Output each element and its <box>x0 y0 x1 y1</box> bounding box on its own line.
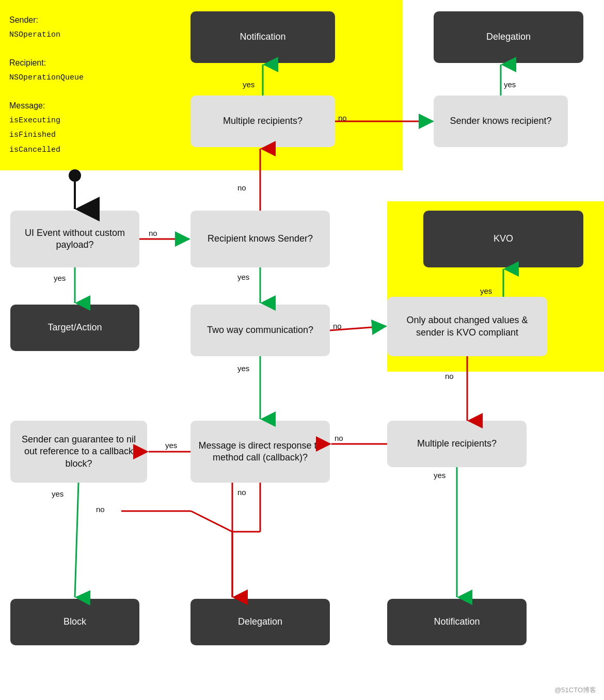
target-action-box: Target/Action <box>10 305 139 351</box>
notification-top-box: Notification <box>190 11 335 63</box>
notification-bottom-box: Notification <box>387 599 527 645</box>
label-no-sender-guarantee: no <box>96 505 105 514</box>
label-no-multiple-bottom: no <box>335 434 343 442</box>
label-yes-notification-top: yes <box>243 80 255 89</box>
label-no-recipient-knows: no <box>237 183 246 192</box>
label-yes-recipient-knows: yes <box>237 273 249 281</box>
recipient-knows-sender-label: Recipient knows Sender? <box>208 233 313 245</box>
svg-line-22 <box>191 511 232 532</box>
label-yes-two-way: yes <box>237 364 249 373</box>
label-yes-delegation-top: yes <box>504 80 516 89</box>
delegation-bottom-box: Delegation <box>190 599 330 645</box>
block-label: Block <box>63 616 86 628</box>
label-no-two-way: no <box>333 322 342 330</box>
two-way-label: Two way communication? <box>207 324 313 336</box>
label-yes-message-direct: yes <box>165 441 177 450</box>
message-direct-label: Message is direct response to method cal… <box>198 440 322 464</box>
delegation-bottom-label: Delegation <box>238 616 282 628</box>
label-no-message-direct: no <box>237 488 246 497</box>
target-action-label: Target/Action <box>47 322 102 333</box>
svg-line-20 <box>75 483 78 597</box>
only-about-changed-box: Only about changed values & sender is KV… <box>387 297 547 356</box>
notification-top-label: Notification <box>240 31 285 43</box>
message-values: isExecuting isFinished isCancelled <box>9 116 60 154</box>
ui-event-label: UI Event without custom payload? <box>18 227 132 251</box>
multiple-recipients-top-label: Multiple recipients? <box>223 115 303 127</box>
two-way-box: Two way communication? <box>190 305 330 356</box>
label-yes-multiple-bottom: yes <box>434 471 446 480</box>
multiple-recipients-top-box: Multiple recipients? <box>190 96 335 147</box>
label-yes-only-changed: yes <box>480 287 492 295</box>
label-yes-ui-event: yes <box>54 274 66 282</box>
message-direct-box: Message is direct response to method cal… <box>190 421 330 483</box>
label-yes-sender-guarantee: yes <box>52 489 63 498</box>
multiple-recipients-bottom-label: Multiple recipients? <box>417 438 497 450</box>
sender-knows-recipient-label: Sender knows recipient? <box>450 115 551 127</box>
message-label: Message: <box>9 101 45 110</box>
kvo-box: KVO <box>423 211 583 267</box>
diagram-container: Sender: NSOperation Recipient: NSOperati… <box>0 0 604 700</box>
sender-knows-recipient-box: Sender knows recipient? <box>434 96 568 147</box>
sender-can-guarantee-label: Sender can guarantee to nil out referenc… <box>18 434 139 470</box>
recipient-label: Recipient: <box>9 58 46 67</box>
notification-bottom-label: Notification <box>434 616 480 628</box>
label-no-ui-event: no <box>149 229 157 237</box>
only-about-changed-label: Only about changed values & sender is KV… <box>395 314 539 339</box>
info-text: Sender: NSOperation Recipient: NSOperati… <box>9 13 84 156</box>
recipient-value: NSOperationQueue <box>9 73 84 82</box>
block-box: Block <box>10 599 139 645</box>
sender-value: NSOperation <box>9 30 60 39</box>
sender-can-guarantee-box: Sender can guarantee to nil out referenc… <box>10 421 147 483</box>
multiple-recipients-bottom-box: Multiple recipients? <box>387 421 527 467</box>
delegation-top-label: Delegation <box>486 31 531 43</box>
svg-point-0 <box>69 169 81 182</box>
sender-label: Sender: <box>9 15 38 24</box>
recipient-knows-sender-box: Recipient knows Sender? <box>190 211 330 267</box>
label-no-only-changed: no <box>445 372 454 380</box>
watermark: @51CTO博客 <box>554 686 596 695</box>
kvo-label: KVO <box>494 233 513 245</box>
label-no-multiple-top: no <box>338 114 347 122</box>
ui-event-box: UI Event without custom payload? <box>10 211 139 267</box>
delegation-top-box: Delegation <box>434 11 583 63</box>
